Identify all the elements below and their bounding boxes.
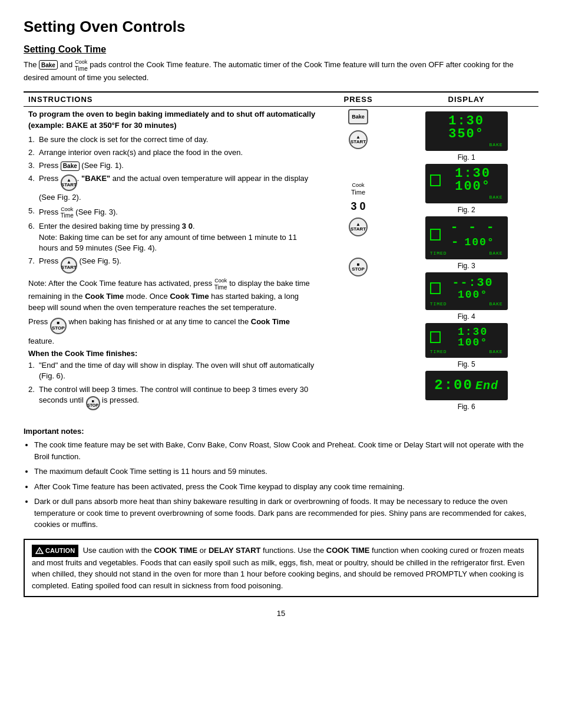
section-title: Setting Cook Time <box>24 44 538 55</box>
start-press-btn-2[interactable]: ▲START <box>349 218 368 236</box>
caution-triangle-icon: ! <box>35 547 44 554</box>
display-fig3-left: TIMED <box>430 251 447 256</box>
display-fig4-text: --:30 100° <box>443 276 503 300</box>
display-fig6-inner: 2:00 End <box>434 378 498 393</box>
display-col: 1:30 350° BAKE Fig. 1 1:30 100° BA <box>394 107 538 417</box>
cooktime-press-label[interactable]: CookTime <box>351 181 365 196</box>
cook-time-label-inline: CookTime <box>61 206 74 219</box>
fig5-label: Fig. 5 <box>399 360 534 368</box>
col-header-display: DISPLAY <box>394 92 538 107</box>
display-fig3-labels: TIMED BAKE <box>430 251 503 256</box>
cook-time-label: CookTime <box>75 58 88 72</box>
bake-badge-inline: Bake <box>61 162 80 171</box>
col-header-press: PRESS <box>322 92 394 107</box>
press-start-area: ▲START <box>349 129 368 150</box>
bullets-list: The cook time feature may be set with Ba… <box>24 439 538 531</box>
display-fig3: - - - - 100° TIMED BAKE <box>425 216 508 259</box>
caution-badge: ! CAUTION <box>32 545 78 557</box>
display-fig3-temp: 100° <box>465 236 495 248</box>
press-buttons-container: Bake ▲START CookTime 3 0 <box>327 109 389 281</box>
list-item: 2. The control will beep 3 times. The co… <box>28 384 318 412</box>
start-press-btn[interactable]: ▲START <box>349 130 368 149</box>
display-fig4-left: TIMED <box>430 301 447 307</box>
display-fig1: 1:30 350° BAKE <box>425 111 508 151</box>
display-fig5-labels: TIMED BAKE <box>430 349 503 354</box>
fig3-label: Fig. 3 <box>399 262 534 270</box>
start-btn-inline-2: ▲START <box>61 257 77 274</box>
display-fig1-labels: BAKE <box>430 142 503 147</box>
display-fig3-text: - - - - 100° <box>443 220 503 249</box>
display-fig5-left: TIMED <box>430 349 447 354</box>
press-col: Bake ▲START CookTime 3 0 <box>322 107 394 417</box>
display-fig4-time: --:30 <box>452 276 494 289</box>
list-item: 5. Press CookTime (See Fig. 3). <box>28 206 318 219</box>
display-fig6-time: 2:00 <box>434 378 473 393</box>
fig6-label: Fig. 6 <box>399 403 534 411</box>
display-fig4-temp: 100° <box>458 289 488 301</box>
display-fig4-inner: --:30 100° <box>430 276 503 300</box>
page-number: 15 <box>24 609 538 618</box>
bake-badge: Bake <box>39 60 58 70</box>
note-stop: Press ■STOP when baking has finished or … <box>28 316 318 347</box>
display-fig2: 1:30 100° BAKE <box>425 164 508 203</box>
instructions-table: INSTRUCTIONS PRESS DISPLAY To program th… <box>24 91 538 416</box>
press-bake-area: Bake <box>348 109 368 124</box>
list-item: 1. Be sure the clock is set for the corr… <box>28 134 318 145</box>
press-30-area: 3 0 <box>351 200 366 213</box>
svg-text:!: ! <box>39 549 40 554</box>
display-fig6: 2:00 End <box>425 371 508 400</box>
note-cook-time: Note: After the Cook Time feature has ac… <box>28 277 318 314</box>
table-row-1: To program the oven to begin baking imme… <box>24 107 538 417</box>
stop-badge-inline: ■STOP <box>86 396 100 410</box>
list-item: 7. Press ▲START (See Fig. 5). <box>28 256 318 275</box>
page-title: Setting Oven Controls <box>24 18 538 36</box>
press-cooktime-area: CookTime <box>351 181 365 196</box>
steps-list: 1. Be sure the clock is set for the corr… <box>28 134 318 275</box>
caution-text-label: CAUTION <box>45 546 75 556</box>
display-fig1-right: BAKE <box>489 142 503 147</box>
display-fig3-inner: - - - - 100° <box>430 220 503 249</box>
display-fig3-right: BAKE <box>489 251 503 256</box>
display-fig3-square <box>430 229 441 241</box>
display-fig2-text: 1:30 100° <box>443 167 503 193</box>
start-btn-inline: ▲START <box>61 174 77 191</box>
bake-press-btn[interactable]: Bake <box>348 109 368 124</box>
display-fig2-inner: 1:30 100° <box>430 167 503 193</box>
intro-paragraph: The Bake and CookTime pads control the C… <box>24 58 538 83</box>
list-item: The maximum default Cook Time setting is… <box>34 466 538 477</box>
display-fig5-square <box>430 331 441 343</box>
cook-time-note-label: CookTime <box>214 277 227 291</box>
list-item: 6. Enter the desired baking time by pres… <box>28 221 318 253</box>
press-stop-area: ■STOP <box>349 256 368 278</box>
fig1-label: Fig. 1 <box>399 153 534 162</box>
list-item: 4. Press ▲START. "BAKE" and the actual o… <box>28 173 318 203</box>
caution-box: ! CAUTION Use caution with the COOK TIME… <box>24 539 538 597</box>
when-finishes-header: When the Cook Time finishes: <box>28 349 318 358</box>
display-fig5: 1:30 100° TIMED BAKE <box>425 323 508 358</box>
col-header-instructions: INSTRUCTIONS <box>24 92 322 107</box>
display-fig5-inner: 1:30 100° <box>430 327 503 348</box>
list-item: The cook time feature may be set with Ba… <box>34 439 538 462</box>
list-item: Dark or dull pans absorb more heat than … <box>34 496 538 531</box>
list-item: 1. "End" and the time of day will show i… <box>28 360 318 381</box>
program-header: To program the oven to begin baking imme… <box>28 109 318 130</box>
list-item: 3. Press Bake (See Fig. 1). <box>28 160 318 171</box>
display-fig5-text: 1:30 100° <box>443 327 503 348</box>
important-notes-header: Important notes: <box>24 427 538 436</box>
display-fig2-square <box>430 174 441 186</box>
display-fig2-labels: BAKE <box>430 195 503 200</box>
stop-btn-inline: ■STOP <box>50 318 67 334</box>
list-item: 2. Arrange interior oven rack(s) and pla… <box>28 147 318 158</box>
display-fig4-square <box>430 282 441 294</box>
display-fig2-right: BAKE <box>489 195 503 200</box>
instructions-col-main: To program the oven to begin baking imme… <box>24 107 322 417</box>
display-fig4-right: BAKE <box>489 301 503 307</box>
fig2-label: Fig. 2 <box>399 206 534 214</box>
important-notes-section: Important notes: The cook time feature m… <box>24 427 538 531</box>
press-start2-area: ▲START <box>349 216 368 238</box>
finish-steps-list: 1. "End" and the time of day will show i… <box>28 360 318 411</box>
stop-press-btn[interactable]: ■STOP <box>349 258 368 276</box>
display-fig4-labels: TIMED BAKE <box>430 301 503 307</box>
display-fig6-end: End <box>475 379 498 393</box>
press-30-text: 3 0 <box>351 200 366 213</box>
